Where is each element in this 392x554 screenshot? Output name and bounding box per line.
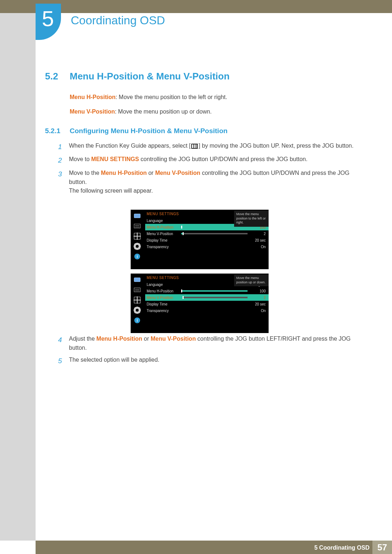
monitor-icon [133,276,141,283]
osd-row-display-time: Display Time 20 sec [145,301,269,307]
step-2: 2 Move to MENU SETTINGS controlling the … [58,155,367,165]
move-icon [133,297,141,303]
osd-nav-sidebar: i [131,274,144,333]
list-icon [133,287,141,293]
step-text: The selected option will be applied. [69,356,367,365]
osd-row-vposition-selected: Menu V-Position 2 [145,294,269,301]
menu-icon [191,144,198,149]
step-text: Move to MENU SETTINGS controlling the JO… [69,155,367,164]
desc-v-text: : Move the menu position up or down. [115,108,212,115]
osd-row-vposition: Menu V-Position 2 [145,230,269,237]
steps-after-screenshot: 4 Adjust the Menu H-Position or Menu V-P… [58,335,367,369]
info-icon: i [133,253,141,260]
gear-icon [133,243,141,250]
slider [181,290,248,292]
info-icon: i [133,317,141,324]
osd-nav-sidebar: i [131,210,144,269]
desc-v-label: Menu V-Position [70,108,115,115]
section-number: 5.2 [45,71,58,82]
desc-v-position: Menu V-Position: Move the menu position … [70,107,367,116]
slider [181,233,248,234]
move-icon [133,233,141,239]
osd-row-transparency: Transparency On [145,307,269,314]
step-number: 1 [58,141,69,152]
step-number: 4 [58,335,69,345]
desc-h-label: Menu H-Position [70,94,115,100]
gear-icon [133,307,141,313]
osd-row-hposition: Menu H-Position 100 [145,288,269,294]
footer-page-number: 57 [372,541,392,554]
osd-tooltip-v: Move the menu position up or down. [234,274,269,286]
slider [181,297,248,298]
step-number: 3 [58,169,69,179]
steps-before-screenshot: 1 When the Function Key Guide appears, s… [58,141,367,198]
step-number: 2 [58,155,69,165]
subsection-number: 5.2.1 [45,127,60,135]
step-text: When the Function Key Guide appears, sel… [69,141,367,151]
desc-h-text: : Move the menu position to the left or … [115,94,227,100]
step-5: 5 The selected option will be applied. [58,356,367,366]
desc-h-position: Menu H-Position: Move the menu position … [70,93,367,102]
step-4: 4 Adjust the Menu H-Position or Menu V-P… [58,335,367,353]
osd-tooltip-h: Move the menu position to the left or ri… [234,210,269,227]
step-1: 1 When the Function Key Guide appears, s… [58,141,367,152]
chapter-number: 5 [42,6,54,31]
osd-row-display-time: Display Time 20 sec [145,237,269,243]
chapter-title: Coordinating OSD [71,14,165,27]
step-number: 5 [58,356,69,366]
chapter-badge: 5 [36,4,61,40]
monitor-icon [133,213,141,219]
subsection-title: Configuring Menu H-Position & Menu V-Pos… [70,127,228,135]
list-icon [133,223,141,229]
section-title: Menu H-Position & Menu V-Position [70,71,230,82]
step-3: 3 Move to the Menu H-Position or Menu V-… [58,169,367,196]
side-margin [0,13,36,541]
footer-chapter-ref: 5 Coordinating OSD [314,545,369,551]
step-text: Adjust the Menu H-Position or Menu V-Pos… [69,335,367,353]
osd-row-transparency: Transparency On [145,243,269,250]
step-text: Move to the Menu H-Position or Menu V-Po… [69,169,367,196]
